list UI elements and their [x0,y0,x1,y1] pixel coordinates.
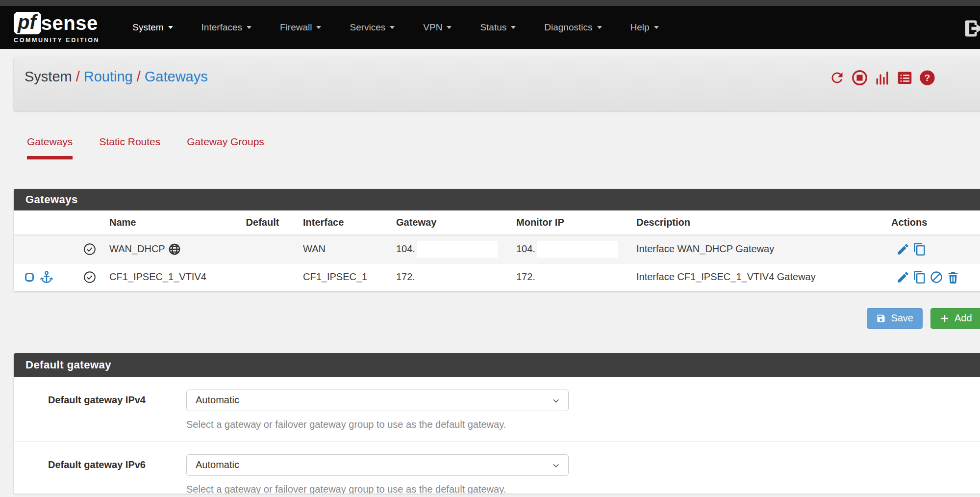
nav-menu: System Interfaces Firewall Services VPN … [118,22,673,33]
table-row-cf1-ipsec: CF1_IPSEC_1_VTIV4 CF1_IPSEC_1 172. 172. … [14,263,980,291]
col-interface: Interface [293,210,386,235]
gateway-name: WAN_DHCP [109,243,165,255]
gateways-panel: Gateways Name Default Interface Gateway … [14,189,980,291]
nav-item-status[interactable]: Status [466,22,530,33]
anchor-icon [40,270,53,284]
window-top-strip [0,0,980,6]
tab-gateway-groups[interactable]: Gateway Groups [174,134,277,159]
ipv6-label: Default gateway IPv6 [14,454,186,494]
form-row-ipv4: Default gateway IPv4 Automatic Select a … [14,377,980,441]
breadcrumb-bar: System/Routing/Gateways ? [14,57,980,111]
col-description: Description [627,210,881,235]
page-content: System/Routing/Gateways ? Gateways Stati… [14,57,980,494]
gateway-address: 104. [396,243,415,255]
form-row-ipv6: Default gateway IPv6 Automatic Select a … [14,441,980,494]
nav-item-services[interactable]: Services [335,22,409,33]
edit-icon[interactable] [896,270,910,284]
main-navbar: pfsense COMMUNITY EDITION System Interfa… [0,6,980,49]
gateway-interface: CF1_IPSEC_1 [293,263,386,291]
monitoring-chart-icon[interactable] [874,70,890,86]
col-monitor-ip: Monitor IP [506,210,627,235]
col-name: Name [100,210,232,235]
add-button[interactable]: Add [930,308,980,329]
nav-item-diagnostics[interactable]: Diagnostics [530,22,616,33]
globe-icon [168,243,181,256]
gateway-online-icon [83,243,96,256]
monitor-ip: 172. [516,271,535,283]
chevron-down-icon [168,26,173,29]
table-row-wan-dhcp: WAN_DHCP WAN 104. 104. Interface WAN_DHC… [14,235,980,263]
chevron-down-icon [390,26,395,29]
logo-sense: sense [41,13,98,33]
chevron-down-icon [447,26,452,29]
chevron-down-icon [597,26,602,29]
gateway-default [232,263,293,291]
chevron-down-icon [552,396,560,405]
plus-icon [940,314,950,323]
chevron-down-icon [316,26,321,29]
save-icon [876,314,886,323]
ipv6-help-text: Select a gateway or failover gateway gro… [186,484,569,494]
breadcrumb-action-icons: ? [829,70,935,86]
stop-monitor-icon[interactable] [852,70,868,86]
edit-icon[interactable] [896,242,910,256]
log-list-icon[interactable] [897,70,913,86]
col-actions: Actions [881,210,980,235]
nav-item-vpn[interactable]: VPN [409,22,466,33]
col-gateway: Gateway [386,210,506,235]
nav-item-interfaces[interactable]: Interfaces [187,22,266,33]
nav-item-firewall[interactable]: Firewall [266,22,335,33]
gateway-description: Interface WAN_DHCP Gateway [627,235,881,263]
refresh-icon[interactable] [829,70,845,86]
tab-static-routes[interactable]: Static Routes [86,134,174,159]
button-row: Save Add [14,308,980,329]
svg-text:?: ? [925,73,930,83]
gateway-online-icon [83,271,96,284]
monitor-ip: 104. [516,243,535,255]
copy-icon[interactable] [913,242,927,256]
nav-item-help[interactable]: Help [616,22,673,33]
gateway-default [232,235,293,263]
help-icon[interactable]: ? [919,70,935,86]
gateway-name: CF1_IPSEC_1_VTIV4 [100,263,232,291]
chevron-down-icon [654,26,659,29]
gateway-description: Interface CF1_IPSEC_1_VTIV4 Gateway [627,263,881,291]
disable-icon[interactable] [930,270,943,284]
table-header-row: Name Default Interface Gateway Monitor I… [14,210,980,235]
logo-pf: pf [14,12,41,34]
redacted-value [417,269,498,286]
tab-bar: Gateways Static Routes Gateway Groups [14,134,980,159]
col-default: Default [232,210,293,235]
breadcrumb-routing-link[interactable]: Routing [84,69,133,84]
save-button[interactable]: Save [867,308,923,329]
redacted-value [537,241,618,258]
default-candidate-icon [24,271,35,283]
gateway-address: 172. [396,271,415,283]
delete-icon[interactable] [946,270,960,284]
default-gateway-ipv6-select[interactable]: Automatic [186,454,569,476]
tab-gateways[interactable]: Gateways [14,134,86,159]
active-tab-underline [27,156,73,159]
ipv4-label: Default gateway IPv4 [14,390,186,430]
copy-icon[interactable] [913,270,927,284]
logo-edition: COMMUNITY EDITION [14,37,100,44]
chevron-down-icon [511,26,516,29]
gateways-table: Name Default Interface Gateway Monitor I… [14,210,980,291]
chevron-down-icon [552,461,560,470]
breadcrumb-gateways-link[interactable]: Gateways [145,69,208,84]
pfsense-logo[interactable]: pfsense COMMUNITY EDITION [14,12,100,44]
sign-out-icon[interactable] [963,18,980,39]
gateway-interface: WAN [293,235,386,263]
default-gateway-ipv4-select[interactable]: Automatic [186,390,569,411]
redacted-value [417,241,498,258]
breadcrumb-system: System [25,69,72,84]
chevron-down-icon [247,26,251,29]
default-gateway-panel: Default gateway Default gateway IPv4 Aut… [14,353,980,494]
ipv4-help-text: Select a gateway or failover gateway gro… [186,419,569,430]
nav-item-system[interactable]: System [118,22,187,33]
gateways-panel-title: Gateways [14,189,980,210]
redacted-value [537,269,618,286]
default-gateway-panel-title: Default gateway [14,353,980,377]
